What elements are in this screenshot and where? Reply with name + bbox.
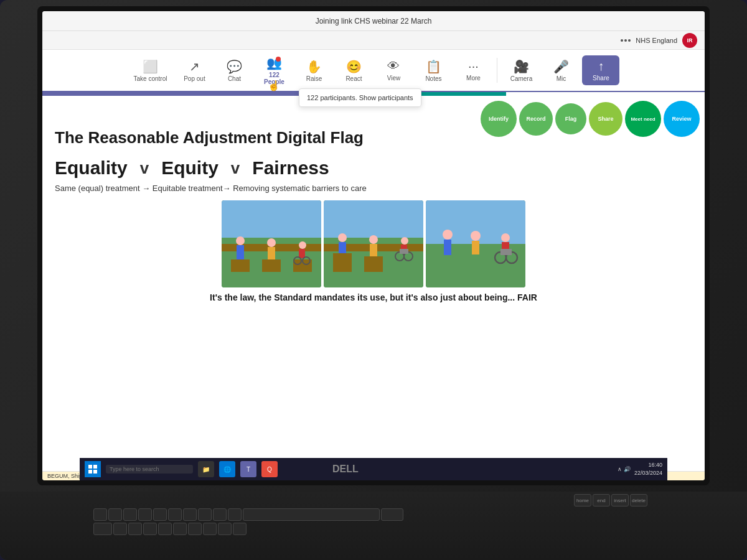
key-q[interactable] <box>93 508 107 521</box>
mic-label: Mic <box>557 75 566 82</box>
svg-rect-5 <box>262 259 281 272</box>
flag-stage[interactable]: Flag <box>555 103 586 134</box>
more-icon: ··· <box>468 59 479 73</box>
key-d[interactable] <box>143 523 157 535</box>
identify-stage[interactable]: Identify <box>481 101 517 137</box>
key-i[interactable] <box>198 508 212 521</box>
key-f[interactable] <box>158 523 172 535</box>
key-r[interactable] <box>138 508 152 521</box>
svg-rect-22 <box>339 242 346 253</box>
key-h[interactable] <box>188 523 202 535</box>
svg-rect-43 <box>93 465 97 469</box>
fair-text: It's the law, the Standard mandates its … <box>55 292 692 302</box>
take-control-button[interactable]: ⬜ Take control <box>128 55 174 86</box>
key-t[interactable] <box>153 508 167 521</box>
taskbar-app-explorer[interactable]: 📁 <box>198 461 214 477</box>
system-tray: ∧ 🔊 <box>618 466 631 472</box>
taskbar-search[interactable] <box>106 465 193 474</box>
view-icon: 👁 <box>387 59 400 73</box>
svg-rect-42 <box>88 465 92 469</box>
taskbar-app-other[interactable]: Q <box>261 461 278 477</box>
record-stage[interactable]: Record <box>519 102 553 136</box>
taskbar-app-teams[interactable]: T <box>240 461 256 477</box>
taskbar-app-edge[interactable]: 🌐 <box>219 461 235 477</box>
chat-button[interactable]: 💬 Chat <box>215 55 253 86</box>
raise-button[interactable]: ✋ Raise <box>295 55 332 86</box>
svg-rect-4 <box>231 259 250 272</box>
key-s[interactable] <box>128 523 142 535</box>
key-insert[interactable]: insert <box>611 494 629 506</box>
keyboard: home end insert delete <box>93 494 654 535</box>
key-u[interactable] <box>183 508 197 521</box>
key-j[interactable] <box>203 523 217 535</box>
view-button[interactable]: 👁 View <box>375 55 412 85</box>
key-delete[interactable]: delete <box>630 494 647 506</box>
key-caps[interactable] <box>93 523 112 535</box>
svg-rect-34 <box>444 240 451 255</box>
svg-rect-29 <box>400 249 408 254</box>
screen: Joining link CHS webinar 22 March NHS En… <box>42 11 705 480</box>
camera-button[interactable]: 🎥 Camera <box>502 55 540 86</box>
notes-button[interactable]: 📋 Notes <box>415 55 452 86</box>
nhs-avatar: IR <box>682 33 697 48</box>
images-row <box>55 200 692 287</box>
keyboard-row-3 <box>93 523 654 535</box>
svg-point-21 <box>338 233 347 242</box>
slide-content: Identify Record Flag Share Meet need Rev… <box>42 96 705 471</box>
key-end[interactable]: end <box>593 494 610 506</box>
take-control-icon: ⬜ <box>143 59 158 74</box>
view-label: View <box>387 75 401 82</box>
mic-icon: 🎤 <box>553 59 569 74</box>
key-home[interactable]: home <box>574 494 591 506</box>
screen-bezel: Joining link CHS webinar 22 March NHS En… <box>37 6 710 485</box>
key-e[interactable] <box>123 508 137 521</box>
key-backspace[interactable] <box>381 508 403 521</box>
svg-rect-12 <box>299 249 305 258</box>
svg-point-11 <box>299 241 306 249</box>
chat-label: Chat <box>228 75 241 82</box>
people-tooltip: 122 participants. Show participants <box>299 88 421 107</box>
people-button[interactable]: 👥 122 People ☝ <box>255 52 293 89</box>
key-l[interactable] <box>233 523 247 535</box>
share-button[interactable]: ↑ Share <box>582 55 619 85</box>
camera-icon: 🎥 <box>514 59 529 74</box>
key-w[interactable] <box>108 508 122 521</box>
svg-rect-24 <box>370 244 377 256</box>
key-space[interactable] <box>243 508 380 521</box>
nhs-dots <box>621 39 631 42</box>
key-o[interactable] <box>213 508 227 521</box>
keyboard-row-1: home end insert delete <box>93 494 654 506</box>
equity-image <box>324 200 423 287</box>
svg-rect-45 <box>93 470 97 474</box>
react-label: React <box>345 75 362 82</box>
svg-point-35 <box>471 231 481 241</box>
pop-out-button[interactable]: ↗ Pop out <box>176 55 213 86</box>
key-k[interactable] <box>218 523 232 535</box>
fairness-heading: Fairness <box>252 157 329 179</box>
people-count: 122 <box>269 72 280 78</box>
key-p[interactable] <box>228 508 242 521</box>
chat-icon: 💬 <box>227 59 242 74</box>
svg-rect-8 <box>237 245 244 259</box>
notes-label: Notes <box>425 75 441 82</box>
key-g[interactable] <box>173 523 187 535</box>
start-button[interactable] <box>85 461 101 477</box>
taskbar-clock: 16:40 22/03/2024 <box>634 461 662 477</box>
teams-toolbar: ⬜ Take control ↗ Pop out 💬 Chat 👥 <box>42 50 705 92</box>
stage-row: Identify Record Flag Share Meet need Rev… <box>481 101 700 137</box>
meet-need-stage[interactable]: Meet need <box>625 101 661 137</box>
laptop-shell: Joining link CHS webinar 22 March NHS En… <box>0 0 747 560</box>
svg-point-23 <box>369 235 378 244</box>
more-button[interactable]: ··· More <box>454 55 492 85</box>
keyboard-area: home end insert delete <box>0 492 747 560</box>
share-stage[interactable]: Share <box>589 102 622 136</box>
key-a[interactable] <box>113 523 127 535</box>
react-button[interactable]: 😊 React <box>335 55 372 86</box>
key-y[interactable] <box>168 508 182 521</box>
cursor-indicator: ☝ <box>268 80 280 91</box>
react-icon: 😊 <box>346 59 362 74</box>
review-stage[interactable]: Review <box>664 101 700 137</box>
mic-button[interactable]: 🎤 Mic <box>542 55 580 86</box>
svg-rect-20 <box>364 256 383 272</box>
equality-row: Equality v Equity v Fairness <box>55 157 692 179</box>
